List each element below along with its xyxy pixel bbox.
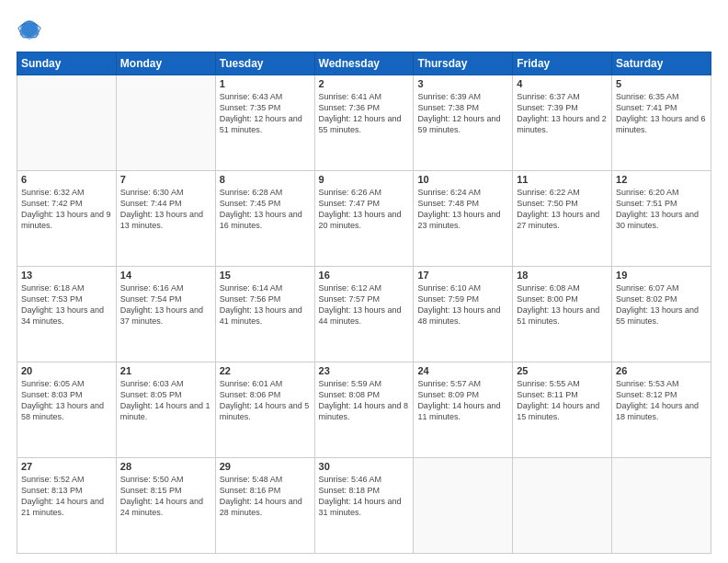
table-row: 11Sunrise: 6:22 AM Sunset: 7:50 PM Dayli… <box>513 171 612 267</box>
calendar-week-row: 27Sunrise: 5:52 AM Sunset: 8:13 PM Dayli… <box>17 458 711 554</box>
calendar-week-row: 6Sunrise: 6:32 AM Sunset: 7:42 PM Daylig… <box>17 171 711 267</box>
col-sunday: Sunday <box>17 52 117 75</box>
table-row: 15Sunrise: 6:14 AM Sunset: 7:56 PM Dayli… <box>215 267 314 362</box>
day-number: 28 <box>120 461 211 472</box>
day-info: Sunrise: 5:50 AM Sunset: 8:15 PM Dayligh… <box>120 474 211 519</box>
table-row: 4Sunrise: 6:37 AM Sunset: 7:39 PM Daylig… <box>513 75 612 171</box>
table-row: 6Sunrise: 6:32 AM Sunset: 7:42 PM Daylig… <box>17 171 117 267</box>
calendar-table: Sunday Monday Tuesday Wednesday Thursday… <box>17 52 711 554</box>
day-number: 5 <box>616 78 707 89</box>
day-info: Sunrise: 5:48 AM Sunset: 8:16 PM Dayligh… <box>220 474 311 519</box>
day-number: 29 <box>220 461 311 472</box>
day-number: 1 <box>220 78 311 89</box>
col-thursday: Thursday <box>414 52 513 75</box>
day-info: Sunrise: 6:35 AM Sunset: 7:41 PM Dayligh… <box>616 91 707 136</box>
table-row: 18Sunrise: 6:08 AM Sunset: 8:00 PM Dayli… <box>513 267 612 362</box>
table-row: 26Sunrise: 5:53 AM Sunset: 8:12 PM Dayli… <box>612 362 711 458</box>
day-info: Sunrise: 6:01 AM Sunset: 8:06 PM Dayligh… <box>220 378 311 423</box>
day-info: Sunrise: 6:22 AM Sunset: 7:50 PM Dayligh… <box>517 187 608 232</box>
day-info: Sunrise: 6:05 AM Sunset: 8:03 PM Dayligh… <box>21 378 112 423</box>
table-row: 23Sunrise: 5:59 AM Sunset: 8:08 PM Dayli… <box>314 362 414 458</box>
day-number: 6 <box>21 174 112 185</box>
table-row: 16Sunrise: 6:12 AM Sunset: 7:57 PM Dayli… <box>314 267 414 362</box>
table-row: 29Sunrise: 5:48 AM Sunset: 8:16 PM Dayli… <box>215 458 314 554</box>
calendar-header-row: Sunday Monday Tuesday Wednesday Thursday… <box>17 52 711 75</box>
day-info: Sunrise: 5:55 AM Sunset: 8:11 PM Dayligh… <box>517 378 608 423</box>
calendar-week-row: 13Sunrise: 6:18 AM Sunset: 7:53 PM Dayli… <box>17 267 711 362</box>
table-row <box>513 458 612 554</box>
header <box>17 17 711 42</box>
day-info: Sunrise: 6:07 AM Sunset: 8:02 PM Dayligh… <box>616 282 707 327</box>
day-info: Sunrise: 6:18 AM Sunset: 7:53 PM Dayligh… <box>21 282 112 327</box>
day-number: 9 <box>319 174 410 185</box>
day-info: Sunrise: 6:08 AM Sunset: 8:00 PM Dayligh… <box>517 282 608 327</box>
table-row: 9Sunrise: 6:26 AM Sunset: 7:47 PM Daylig… <box>314 171 414 267</box>
day-number: 21 <box>120 365 211 376</box>
logo-icon <box>17 17 42 42</box>
day-number: 20 <box>21 365 112 376</box>
col-monday: Monday <box>116 52 215 75</box>
table-row: 30Sunrise: 5:46 AM Sunset: 8:18 PM Dayli… <box>314 458 414 554</box>
table-row: 17Sunrise: 6:10 AM Sunset: 7:59 PM Dayli… <box>414 267 513 362</box>
day-number: 19 <box>616 270 707 281</box>
table-row: 19Sunrise: 6:07 AM Sunset: 8:02 PM Dayli… <box>612 267 711 362</box>
logo <box>17 17 46 42</box>
table-row: 14Sunrise: 6:16 AM Sunset: 7:54 PM Dayli… <box>116 267 215 362</box>
table-row: 27Sunrise: 5:52 AM Sunset: 8:13 PM Dayli… <box>17 458 117 554</box>
day-number: 13 <box>21 270 112 281</box>
day-info: Sunrise: 6:14 AM Sunset: 7:56 PM Dayligh… <box>220 282 311 327</box>
table-row <box>116 75 215 171</box>
calendar-week-row: 1Sunrise: 6:43 AM Sunset: 7:35 PM Daylig… <box>17 75 711 171</box>
day-info: Sunrise: 6:12 AM Sunset: 7:57 PM Dayligh… <box>319 282 410 327</box>
day-info: Sunrise: 6:28 AM Sunset: 7:45 PM Dayligh… <box>220 187 311 232</box>
day-number: 26 <box>616 365 707 376</box>
table-row <box>17 75 117 171</box>
table-row: 12Sunrise: 6:20 AM Sunset: 7:51 PM Dayli… <box>612 171 711 267</box>
col-wednesday: Wednesday <box>314 52 414 75</box>
table-row <box>414 458 513 554</box>
day-number: 15 <box>220 270 311 281</box>
table-row: 5Sunrise: 6:35 AM Sunset: 7:41 PM Daylig… <box>612 75 711 171</box>
table-row: 3Sunrise: 6:39 AM Sunset: 7:38 PM Daylig… <box>414 75 513 171</box>
day-number: 23 <box>319 365 410 376</box>
day-info: Sunrise: 5:52 AM Sunset: 8:13 PM Dayligh… <box>21 474 112 519</box>
table-row: 25Sunrise: 5:55 AM Sunset: 8:11 PM Dayli… <box>513 362 612 458</box>
table-row: 10Sunrise: 6:24 AM Sunset: 7:48 PM Dayli… <box>414 171 513 267</box>
day-info: Sunrise: 6:10 AM Sunset: 7:59 PM Dayligh… <box>417 282 508 327</box>
table-row: 24Sunrise: 5:57 AM Sunset: 8:09 PM Dayli… <box>414 362 513 458</box>
day-info: Sunrise: 6:41 AM Sunset: 7:36 PM Dayligh… <box>319 91 410 136</box>
day-number: 8 <box>220 174 311 185</box>
table-row: 1Sunrise: 6:43 AM Sunset: 7:35 PM Daylig… <box>215 75 314 171</box>
table-row: 2Sunrise: 6:41 AM Sunset: 7:36 PM Daylig… <box>314 75 414 171</box>
col-saturday: Saturday <box>612 52 711 75</box>
table-row: 21Sunrise: 6:03 AM Sunset: 8:05 PM Dayli… <box>116 362 215 458</box>
table-row: 7Sunrise: 6:30 AM Sunset: 7:44 PM Daylig… <box>116 171 215 267</box>
day-number: 14 <box>120 270 211 281</box>
day-number: 3 <box>417 78 508 89</box>
day-number: 25 <box>517 365 608 376</box>
table-row: 28Sunrise: 5:50 AM Sunset: 8:15 PM Dayli… <box>116 458 215 554</box>
day-number: 2 <box>319 78 410 89</box>
calendar-week-row: 20Sunrise: 6:05 AM Sunset: 8:03 PM Dayli… <box>17 362 711 458</box>
day-info: Sunrise: 6:03 AM Sunset: 8:05 PM Dayligh… <box>120 378 211 423</box>
day-info: Sunrise: 6:16 AM Sunset: 7:54 PM Dayligh… <box>120 282 211 327</box>
day-info: Sunrise: 5:59 AM Sunset: 8:08 PM Dayligh… <box>319 378 410 423</box>
table-row: 20Sunrise: 6:05 AM Sunset: 8:03 PM Dayli… <box>17 362 117 458</box>
day-info: Sunrise: 5:46 AM Sunset: 8:18 PM Dayligh… <box>319 474 410 519</box>
table-row: 8Sunrise: 6:28 AM Sunset: 7:45 PM Daylig… <box>215 171 314 267</box>
day-info: Sunrise: 5:53 AM Sunset: 8:12 PM Dayligh… <box>616 378 707 423</box>
table-row: 13Sunrise: 6:18 AM Sunset: 7:53 PM Dayli… <box>17 267 117 362</box>
day-info: Sunrise: 6:39 AM Sunset: 7:38 PM Dayligh… <box>417 91 508 136</box>
day-info: Sunrise: 6:37 AM Sunset: 7:39 PM Dayligh… <box>517 91 608 136</box>
day-info: Sunrise: 6:32 AM Sunset: 7:42 PM Dayligh… <box>21 187 112 232</box>
table-row <box>612 458 711 554</box>
col-friday: Friday <box>513 52 612 75</box>
day-info: Sunrise: 6:26 AM Sunset: 7:47 PM Dayligh… <box>319 187 410 232</box>
day-number: 10 <box>417 174 508 185</box>
day-number: 22 <box>220 365 311 376</box>
day-number: 30 <box>319 461 410 472</box>
day-number: 4 <box>517 78 608 89</box>
day-number: 11 <box>517 174 608 185</box>
day-number: 17 <box>417 270 508 281</box>
day-number: 7 <box>120 174 211 185</box>
